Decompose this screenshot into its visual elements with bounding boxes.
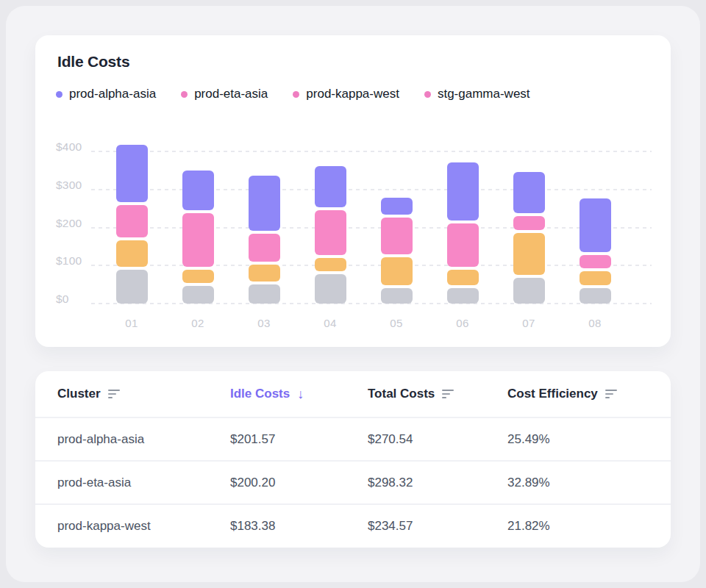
column-label: Cost Efficiency (507, 387, 598, 401)
idle-costs-card: Idle Costs prod-alpha-asiaprod-eta-asiap… (35, 35, 671, 347)
bar-04-prod-kappa-west[interactable] (315, 258, 346, 271)
bar-08-stg-gamma-west[interactable] (580, 288, 611, 304)
table-row-prod-eta-asia[interactable]: prod-eta-asia$200.20$298.3232.89% (35, 460, 671, 503)
sort-descending-arrow-icon: ↓ (297, 387, 304, 402)
bar-02-stg-gamma-west[interactable] (182, 286, 214, 304)
y-axis-tick: $100 (56, 254, 82, 268)
bar-06-prod-kappa-west[interactable] (447, 270, 479, 285)
cell-cluster: prod-eta-asia (57, 476, 230, 490)
bar-04-stg-gamma-west[interactable] (315, 274, 346, 304)
column-label: Total Costs (368, 387, 435, 401)
y-axis-tick: $200 (56, 217, 82, 230)
bar-02-prod-alpha-asia[interactable] (182, 171, 214, 209)
bar-03-stg-gamma-west[interactable] (249, 284, 280, 304)
bar-06-stg-gamma-west[interactable] (447, 288, 479, 304)
bar-05-prod-kappa-west[interactable] (381, 257, 413, 285)
gridline (91, 227, 652, 229)
cell-efficiency: 32.89% (507, 476, 649, 490)
sort-filter-icon (605, 390, 617, 399)
table-row-prod-kappa-west[interactable]: prod-kappa-west$183.38$234.5721.82% (35, 503, 671, 547)
x-axis-tick: 06 (441, 317, 485, 329)
x-axis-tick: 03 (242, 317, 286, 329)
y-axis-tick: $300 (56, 179, 82, 192)
bar-07-stg-gamma-west[interactable] (513, 278, 545, 304)
table-header-idle[interactable]: Idle Costs↓ (230, 387, 368, 402)
gridline (91, 151, 652, 152)
bar-04-prod-eta-asia[interactable] (315, 210, 346, 255)
bar-05-prod-alpha-asia[interactable] (381, 198, 413, 215)
cell-total: $234.57 (368, 519, 507, 534)
x-axis-tick: 05 (374, 317, 418, 329)
clusters-table-card: ClusterIdle Costs↓Total CostsCost Effici… (35, 371, 671, 548)
table-row-prod-alpha-asia[interactable]: prod-alpha-asia$201.57$270.5425.49% (35, 417, 671, 460)
bar-03-prod-alpha-asia[interactable] (249, 176, 280, 231)
bar-01-prod-kappa-west[interactable] (116, 240, 148, 267)
bar-01-prod-alpha-asia[interactable] (116, 145, 148, 203)
cell-efficiency: 21.82% (507, 519, 649, 534)
x-axis-tick: 08 (573, 317, 617, 329)
bar-06-prod-eta-asia[interactable] (447, 223, 479, 268)
table-header-cluster[interactable]: Cluster (57, 387, 230, 401)
gridline (91, 303, 652, 304)
bar-05-stg-gamma-west[interactable] (381, 288, 413, 304)
table-body: prod-alpha-asia$201.57$270.5425.49%prod-… (35, 417, 671, 547)
bar-03-prod-kappa-west[interactable] (249, 265, 280, 282)
table-header-total[interactable]: Total Costs (368, 387, 507, 401)
y-axis-tick: $0 (56, 293, 69, 306)
cell-idle: $183.38 (230, 519, 368, 534)
bar-08-prod-kappa-west[interactable] (580, 271, 611, 285)
cell-efficiency: 25.49% (507, 432, 649, 447)
cell-total: $298.32 (368, 476, 507, 490)
sort-filter-icon (442, 390, 454, 399)
bar-01-stg-gamma-west[interactable] (116, 270, 148, 304)
bar-07-prod-eta-asia[interactable] (513, 216, 545, 230)
bar-08-prod-eta-asia[interactable] (580, 255, 611, 268)
bar-03-prod-eta-asia[interactable] (249, 234, 280, 262)
y-axis-tick: $400 (56, 140, 82, 154)
table-header-row: ClusterIdle Costs↓Total CostsCost Effici… (35, 371, 671, 417)
gridline (91, 265, 652, 266)
cell-idle: $201.57 (230, 432, 368, 447)
chart-plot: $400$300$200$100$00102030405060708 (35, 35, 671, 347)
cell-idle: $200.20 (230, 476, 368, 490)
cell-total: $270.54 (368, 432, 507, 447)
bar-04-prod-alpha-asia[interactable] (315, 166, 346, 208)
gridline (91, 189, 652, 190)
bar-05-prod-eta-asia[interactable] (381, 218, 413, 254)
bar-02-prod-kappa-west[interactable] (182, 270, 214, 283)
x-axis-tick: 01 (110, 317, 154, 329)
table-header-efficiency[interactable]: Cost Efficiency (507, 387, 649, 401)
sort-filter-icon (108, 390, 120, 399)
x-axis-tick: 02 (176, 317, 220, 329)
bar-07-prod-alpha-asia[interactable] (513, 172, 545, 213)
bar-01-prod-eta-asia[interactable] (116, 205, 148, 237)
cell-cluster: prod-alpha-asia (57, 432, 230, 447)
bar-06-prod-alpha-asia[interactable] (447, 162, 479, 220)
x-axis-tick: 07 (507, 317, 551, 329)
column-label: Cluster (57, 387, 101, 401)
bar-08-prod-alpha-asia[interactable] (580, 198, 611, 252)
bar-07-prod-kappa-west[interactable] (513, 233, 545, 275)
x-axis-tick: 04 (308, 317, 352, 329)
column-label: Idle Costs (230, 387, 290, 401)
bar-02-prod-eta-asia[interactable] (182, 213, 214, 267)
cell-cluster: prod-kappa-west (57, 519, 230, 534)
